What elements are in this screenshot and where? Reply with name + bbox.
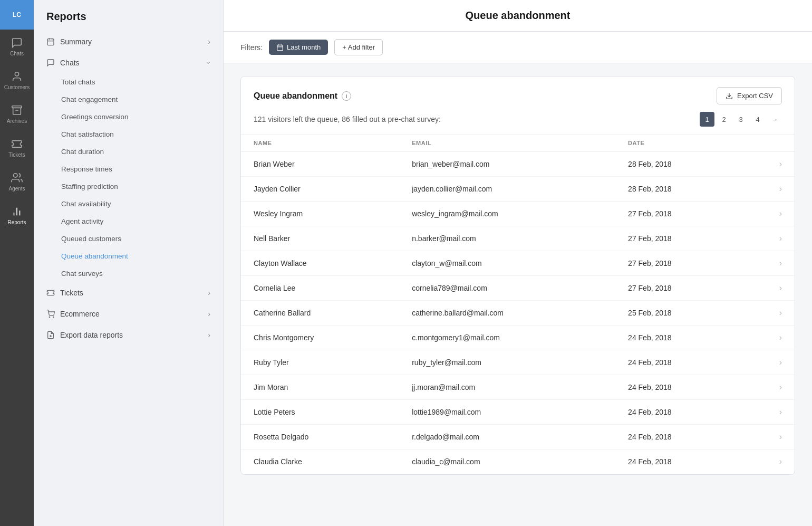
col-email: EMAIL [399, 135, 615, 152]
export-csv-label: Export CSV [737, 92, 773, 100]
cell-date: 24 Feb, 2018 [615, 425, 742, 450]
cell-name: Rosetta Delgado [241, 425, 399, 450]
cell-email: brian_weber@mail.com [399, 152, 615, 177]
table-header: NAME EMAIL DATE [241, 135, 795, 152]
cell-chevron: › [742, 226, 795, 251]
icon-sidebar: LC Chats Customers Archives Tickets Agen… [0, 0, 34, 526]
table-row[interactable]: Rosetta Delgado r.delgado@mail.com 24 Fe… [241, 425, 795, 450]
cell-chevron: › [742, 152, 795, 177]
cell-date: 24 Feb, 2018 [615, 350, 742, 375]
sub-item-chat-surveys[interactable]: Chat surveys [34, 265, 223, 282]
cell-chevron: › [742, 177, 795, 202]
summary-chevron-icon: › [208, 37, 210, 46]
page-4-button[interactable]: 4 [750, 112, 765, 127]
ecommerce-chevron-icon: › [208, 310, 210, 318]
sub-item-chat-duration[interactable]: Chat duration [34, 143, 223, 160]
col-name: NAME [241, 135, 399, 152]
table-row[interactable]: Ruby Tyler ruby_tyler@mail.com 24 Feb, 2… [241, 350, 795, 375]
nav-icon-agents-label: Agents [8, 186, 25, 192]
page-2-button[interactable]: 2 [717, 112, 731, 127]
sub-item-chat-engagement[interactable]: Chat engagement [34, 91, 223, 108]
table-row[interactable]: Lottie Peters lottie1989@mail.com 24 Feb… [241, 400, 795, 425]
table-title-text: Queue abandonment [254, 91, 337, 101]
calendar-icon [276, 44, 284, 51]
cell-name: Clayton Wallace [241, 251, 399, 276]
cell-chevron: › [742, 350, 795, 375]
cell-email: claudia_c@mail.com [399, 450, 615, 474]
svg-point-0 [15, 72, 18, 75]
queue-abandonment-table: NAME EMAIL DATE Brian Weber brian_weber@… [241, 134, 795, 474]
page-3-button[interactable]: 3 [733, 112, 748, 127]
sub-item-chat-availability[interactable]: Chat availability [34, 195, 223, 213]
cell-date: 27 Feb, 2018 [615, 202, 742, 226]
add-filter-button[interactable]: + Add filter [334, 39, 383, 55]
sub-item-greetings-conversion[interactable]: Greetings conversion [34, 108, 223, 126]
nav-item-ecommerce[interactable]: Ecommerce › [34, 303, 223, 324]
cell-email: lottie1989@mail.com [399, 400, 615, 425]
table-row[interactable]: Jim Moran jj.moran@mail.com 24 Feb, 2018… [241, 375, 795, 400]
cell-chevron: › [742, 251, 795, 276]
col-action [742, 135, 795, 152]
export-csv-button[interactable]: Export CSV [717, 87, 782, 104]
nav-icon-customers-label: Customers [4, 84, 30, 90]
nav-item-export-data[interactable]: Export data reports › [34, 324, 223, 346]
chats-chevron-icon: › [205, 62, 214, 64]
nav-icon-chats-label: Chats [10, 51, 24, 56]
active-filter-button[interactable]: Last month [269, 40, 328, 55]
table-row[interactable]: Jayden Collier jayden.collier@mail.com 2… [241, 177, 795, 202]
cell-date: 28 Feb, 2018 [615, 177, 742, 202]
svg-point-3 [14, 173, 17, 177]
nav-item-tickets-label: Tickets [60, 289, 83, 297]
filters-label: Filters: [240, 43, 263, 52]
nav-item-summary[interactable]: Summary › [34, 31, 223, 52]
left-panel: Reports Summary › Chats › Total chats Ch… [34, 0, 224, 526]
table-row[interactable]: Catherine Ballard catherine.ballard@mail… [241, 301, 795, 326]
nav-icon-reports[interactable]: Reports [0, 198, 34, 232]
next-page-button[interactable]: → [767, 112, 782, 127]
nav-icon-tickets[interactable]: Tickets [0, 131, 34, 165]
cell-date: 24 Feb, 2018 [615, 375, 742, 400]
nav-icon-reports-label: Reports [7, 219, 26, 225]
cell-email: jayden.collier@mail.com [399, 177, 615, 202]
sub-item-staffing-prediction[interactable]: Staffing prediction [34, 178, 223, 195]
table-row[interactable]: Brian Weber brian_weber@mail.com 28 Feb,… [241, 152, 795, 177]
sub-item-queued-customers[interactable]: Queued customers [34, 230, 223, 247]
cell-email: c.montgomery1@mail.com [399, 326, 615, 350]
svg-rect-7 [47, 39, 54, 45]
nav-icon-chats[interactable]: Chats [0, 30, 34, 63]
nav-icon-archives[interactable]: Archives [0, 97, 34, 131]
cell-date: 25 Feb, 2018 [615, 301, 742, 326]
nav-item-export-data-label: Export data reports [60, 331, 123, 339]
table-row[interactable]: Cornelia Lee cornelia789@mail.com 27 Feb… [241, 276, 795, 301]
sub-item-agent-activity[interactable]: Agent activity [34, 213, 223, 230]
info-icon[interactable]: i [342, 91, 351, 101]
sub-item-total-chats[interactable]: Total chats [34, 73, 223, 91]
cell-name: Jayden Collier [241, 177, 399, 202]
table-row[interactable]: Clayton Wallace clayton_w@mail.com 27 Fe… [241, 251, 795, 276]
left-panel-title: Reports [34, 0, 223, 31]
lc-logo-mark: LC [8, 6, 26, 24]
table-row[interactable]: Claudia Clarke claudia_c@mail.com 24 Feb… [241, 450, 795, 474]
cell-email: clayton_w@mail.com [399, 251, 615, 276]
table-row[interactable]: Chris Montgomery c.montgomery1@mail.com … [241, 326, 795, 350]
sub-item-chat-satisfaction[interactable]: Chat satisfaction [34, 126, 223, 143]
cell-chevron: › [742, 202, 795, 226]
nav-icon-customers[interactable]: Customers [0, 63, 34, 97]
nav-icon-agents[interactable]: Agents [0, 165, 34, 198]
nav-item-chats-label: Chats [60, 59, 80, 67]
nav-item-tickets[interactable]: Tickets › [34, 282, 223, 303]
sub-item-response-times[interactable]: Response times [34, 160, 223, 178]
cell-email: catherine.ballard@mail.com [399, 301, 615, 326]
nav-item-chats[interactable]: Chats › [34, 52, 223, 73]
page-1-button[interactable]: 1 [700, 112, 714, 127]
table-subtitle-text: 121 visitors left the queue, 86 filled o… [254, 115, 441, 123]
sub-item-queue-abandonment[interactable]: Queue abandonment [34, 247, 223, 265]
table-row[interactable]: Nell Barker n.barker@mail.com 27 Feb, 20… [241, 226, 795, 251]
table-row[interactable]: Wesley Ingram wesley_ingram@mail.com 27 … [241, 202, 795, 226]
cell-chevron: › [742, 450, 795, 474]
cell-name: Nell Barker [241, 226, 399, 251]
main-content: Queue abandonment Filters: Last month + … [224, 0, 812, 526]
filters-bar: Filters: Last month + Add filter [224, 32, 812, 63]
cell-name: Ruby Tyler [241, 350, 399, 375]
cell-chevron: › [742, 276, 795, 301]
